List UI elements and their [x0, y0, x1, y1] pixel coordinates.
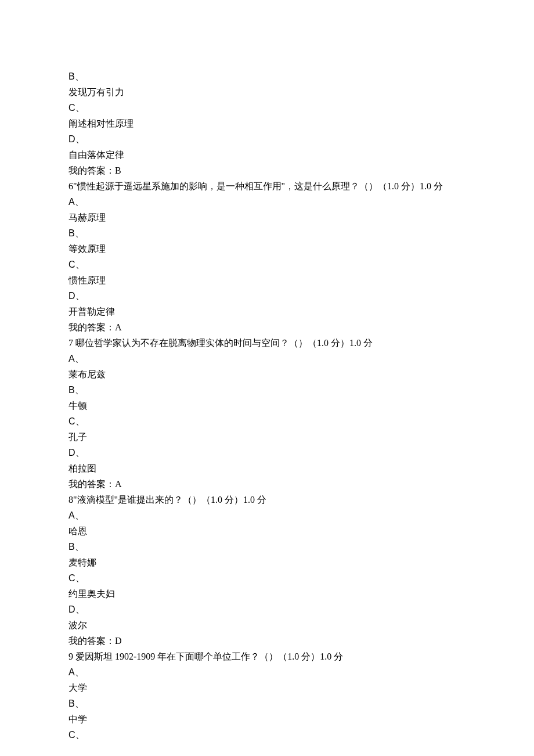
text-line: 麦特娜: [68, 555, 466, 570]
text-line: 开普勒定律: [68, 304, 466, 319]
text-line: D、: [68, 602, 466, 617]
text-line: 8"液滴模型"是谁提出来的？（）（1.0 分）1.0 分: [68, 492, 466, 507]
text-line: 7 哪位哲学家认为不存在脱离物理实体的时间与空间？（）（1.0 分）1.0 分: [68, 335, 466, 351]
text-line: 阐述相对性原理: [68, 116, 466, 131]
text-line: C、: [68, 100, 466, 116]
text-line: A、: [68, 507, 466, 523]
text-line: C、: [68, 570, 466, 586]
text-line: 孔子: [68, 429, 466, 445]
text-line: C、: [68, 257, 466, 272]
text-line: 惯性原理: [68, 272, 466, 288]
text-line: B、: [68, 382, 466, 398]
text-line: 等效原理: [68, 241, 466, 257]
text-line: 莱布尼兹: [68, 366, 466, 382]
text-line: B、: [68, 69, 466, 84]
text-line: 我的答案：D: [68, 633, 466, 649]
text-line: 我的答案：B: [68, 163, 466, 178]
text-line: 自由落体定律: [68, 147, 466, 163]
text-line: 约里奥夫妇: [68, 586, 466, 602]
text-line: 9 爱因斯坦 1902-1909 年在下面哪个单位工作？（）（1.0 分）1.0…: [68, 649, 466, 664]
text-line: 6"惯性起源于遥远星系施加的影响，是一种相互作用"，这是什么原理？（）（1.0 …: [68, 178, 466, 194]
text-line: 马赫原理: [68, 210, 466, 225]
text-line: D、: [68, 445, 466, 460]
text-line: 柏拉图: [68, 460, 466, 476]
text-line: D、: [68, 288, 466, 304]
text-line: 中学: [68, 711, 466, 727]
text-line: A、: [68, 351, 466, 366]
text-line: 牛顿: [68, 398, 466, 413]
text-line: 我的答案：A: [68, 476, 466, 492]
text-line: B、: [68, 696, 466, 711]
document-page: B、发现万有引力C、阐述相对性原理D、自由落体定律我的答案：B6"惯性起源于遥远…: [0, 0, 534, 756]
text-line: A、: [68, 664, 466, 680]
text-line: B、: [68, 539, 466, 555]
text-line: D、: [68, 131, 466, 147]
text-line: B、: [68, 225, 466, 241]
text-line: 波尔: [68, 617, 466, 633]
text-line: C、: [68, 727, 466, 743]
text-line: 哈恩: [68, 523, 466, 539]
text-line: A、: [68, 194, 466, 210]
text-line: 我的答案：A: [68, 319, 466, 335]
text-line: 大学: [68, 680, 466, 696]
text-line: C、: [68, 413, 466, 429]
text-line: 发现万有引力: [68, 84, 466, 100]
